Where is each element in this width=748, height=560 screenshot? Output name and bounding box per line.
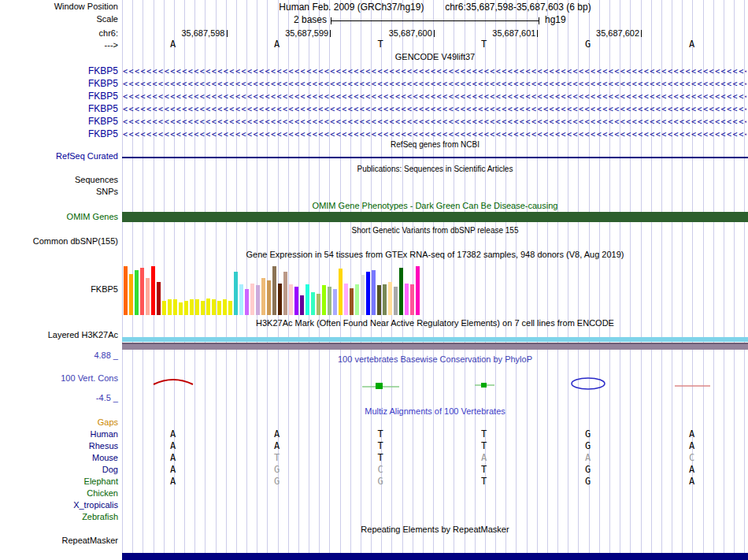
- multiz-aligned-base: C: [378, 465, 383, 475]
- coordinate-label: 35,687,600: [371, 28, 432, 38]
- dbsnp-track-title[interactable]: Short Genetic Variants from dbSNP releas…: [122, 226, 748, 235]
- multiz-species-label[interactable]: Rhesus: [0, 441, 118, 451]
- multiz-aligned-base: T: [378, 441, 383, 451]
- multiz-species-label[interactable]: Chicken: [0, 488, 118, 498]
- h3k27ac-track-title[interactable]: H3K27Ac Mark (Often Found Near Active Re…: [122, 318, 748, 328]
- multiz-species-label[interactable]: Mouse: [0, 453, 118, 462]
- multiz-aligned-base: A: [170, 441, 176, 451]
- reference-base: A: [689, 39, 694, 50]
- multiz-aligned-base: C: [689, 453, 694, 463]
- omim-gene-bar[interactable]: [122, 212, 748, 222]
- assembly-text: Human Feb. 2009 (GRCh37/hg19): [279, 2, 424, 13]
- gtex-bar: [129, 274, 133, 315]
- gtex-gene-label[interactable]: FKBP5: [0, 284, 118, 294]
- assembly-short-label: hg19: [545, 14, 566, 25]
- gencode-transcript-arrow-line: <<<<<<<<<<<<<<<<<<<<<<<<<<<<<<<<<<<<<<<<…: [123, 105, 746, 114]
- refseq-curated-label[interactable]: RefSeq Curated: [0, 151, 118, 161]
- multiz-species-label[interactable]: Dog: [0, 465, 118, 474]
- gencode-gene-label[interactable]: FKBP5: [0, 78, 118, 89]
- gtex-bar: [195, 299, 199, 315]
- gtex-bar: [350, 288, 354, 315]
- multiz-species-label[interactable]: Elephant: [0, 477, 118, 486]
- layered-h3k27ac-label[interactable]: Layered H3K27Ac: [0, 330, 118, 339]
- multiz-species-label[interactable]: Human: [0, 429, 118, 439]
- phylop-red-arc: [154, 380, 193, 384]
- omim-track-title[interactable]: OMIM Gene Phenotypes - Dark Green Can Be…: [122, 201, 748, 210]
- omim-genes-label[interactable]: OMIM Genes: [0, 212, 118, 221]
- gencode-transcript-arrow-line: <<<<<<<<<<<<<<<<<<<<<<<<<<<<<<<<<<<<<<<<…: [123, 92, 746, 102]
- gtex-bar: [256, 285, 260, 315]
- reference-base: G: [585, 39, 591, 50]
- gencode-gene-label[interactable]: FKBP5: [0, 116, 118, 127]
- gtex-bar: [394, 287, 398, 315]
- gtex-bar: [278, 284, 282, 315]
- repeatmasker-label[interactable]: RepeatMasker: [0, 536, 118, 545]
- gtex-bar: [162, 301, 166, 315]
- multiz-aligned-base: A: [170, 453, 176, 463]
- chrom-label: chr6:: [0, 28, 118, 38]
- coordinate-label: 35,687,602: [578, 28, 639, 38]
- multiz-aligned-base: G: [585, 429, 591, 439]
- sequences-label[interactable]: Sequences: [0, 175, 118, 184]
- window-position-label: Window Position: [0, 2, 118, 11]
- multiz-aligned-base: T: [481, 441, 487, 451]
- coordinate-tick: [641, 30, 642, 37]
- refseq-track-title[interactable]: RefSeq genes from NCBI: [122, 140, 748, 149]
- gtex-bar: [311, 292, 315, 315]
- phylop-track-label[interactable]: 100 Vert. Cons: [0, 373, 118, 383]
- gtex-bar-chart: [124, 262, 424, 315]
- multiz-aligned-base: G: [585, 477, 591, 487]
- phylop-min-value: -4.5 _: [0, 393, 118, 402]
- gtex-bar: [234, 272, 238, 315]
- gencode-transcript-arrow-line: <<<<<<<<<<<<<<<<<<<<<<<<<<<<<<<<<<<<<<<<…: [123, 80, 746, 89]
- phylop-blue-ellipse: [572, 378, 605, 389]
- multiz-species-label[interactable]: X_tropicalis: [0, 500, 118, 510]
- h3k27ac-signal-bar-1: [122, 337, 748, 342]
- gtex-bar: [217, 301, 221, 315]
- gtex-bar: [272, 266, 276, 315]
- gencode-gene-label[interactable]: FKBP5: [0, 103, 118, 114]
- multiz-aligned-base: A: [274, 429, 280, 439]
- phylop-signal-glyphs: [122, 361, 748, 400]
- coordinate-tick: [227, 30, 228, 37]
- gaps-row-label[interactable]: Gaps: [0, 417, 118, 427]
- multiz-aligned-base: A: [481, 453, 487, 463]
- gtex-bar: [361, 275, 365, 315]
- gtex-bar: [179, 302, 183, 315]
- coordinate-tick: [330, 30, 331, 37]
- common-dbsnp-label[interactable]: Common dbSNP(155): [0, 236, 118, 246]
- gtex-bar: [355, 284, 359, 315]
- multiz-aligned-base: A: [170, 465, 176, 475]
- gencode-gene-label[interactable]: FKBP5: [0, 65, 118, 76]
- multiz-species-label[interactable]: Zebrafish: [0, 512, 118, 521]
- h3k27ac-signal-bar-2: [122, 343, 748, 350]
- multiz-aligned-base: G: [274, 477, 280, 487]
- scale-bar-left-tick: [331, 17, 331, 24]
- multiz-aligned-base: T: [378, 453, 383, 463]
- snps-label[interactable]: SNPs: [0, 187, 118, 196]
- multiz-aligned-base: A: [689, 429, 694, 439]
- gtex-bar: [339, 269, 343, 315]
- gtex-bar: [245, 289, 249, 315]
- gtex-bar: [146, 278, 150, 315]
- gtex-bar: [201, 301, 205, 315]
- multiz-aligned-base: T: [378, 429, 383, 439]
- scale-value: 2 bases: [260, 14, 327, 25]
- gencode-gene-label[interactable]: FKBP5: [0, 91, 118, 102]
- gtex-bar: [366, 272, 370, 315]
- gencode-track-title[interactable]: GENCODE V49lift37: [122, 52, 748, 61]
- repeatmasker-track-title[interactable]: Repeating Elements by RepeatMasker: [122, 525, 748, 534]
- multiz-aligned-base: A: [170, 477, 176, 487]
- gencode-gene-label[interactable]: FKBP5: [0, 128, 118, 139]
- gtex-track-title[interactable]: Gene Expression in 54 tissues from GTEx …: [122, 250, 748, 259]
- multiz-track-title[interactable]: Multiz Alignments of 100 Vertebrates: [122, 406, 748, 416]
- gtex-bar: [388, 282, 392, 315]
- reference-base: A: [274, 39, 280, 50]
- multiz-aligned-base: T: [481, 477, 487, 487]
- gtex-bar: [239, 284, 243, 315]
- gtex-bar: [212, 299, 216, 315]
- multiz-aligned-base: A: [170, 429, 176, 439]
- publications-track-title[interactable]: Publications: Sequences in Scientific Ar…: [122, 165, 748, 173]
- gtex-bar: [168, 299, 172, 315]
- gtex-bar: [228, 301, 232, 315]
